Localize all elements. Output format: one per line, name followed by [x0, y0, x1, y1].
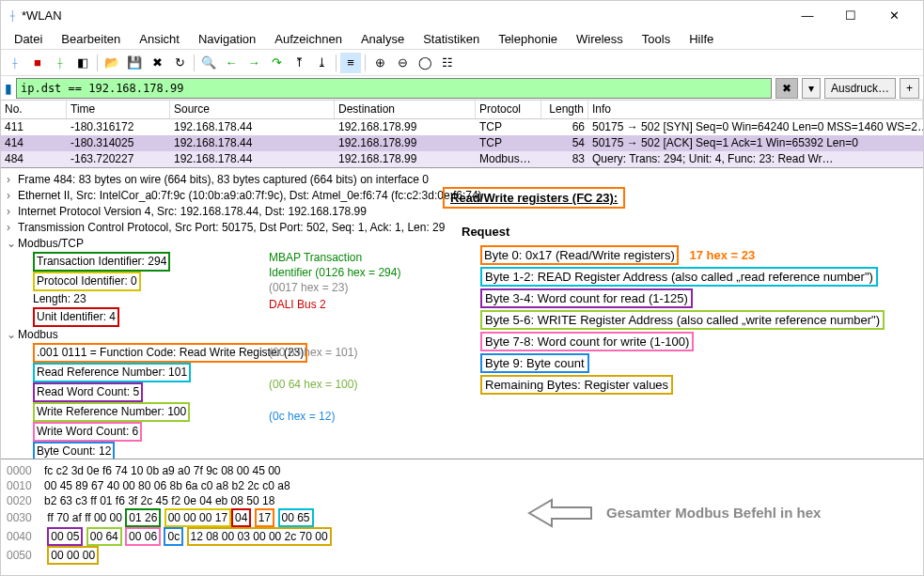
length-field[interactable]: Length: 23	[33, 292, 86, 305]
func-code[interactable]: .001 0111 = Function Code: Read Write Re…	[33, 343, 307, 363]
expression-button[interactable]: Ausdruck…	[824, 78, 896, 99]
note-12: (0c hex = 12)	[269, 409, 335, 425]
hex-arrow-label: Gesamter Modbus Befehl in hex	[606, 506, 821, 521]
col-protocol[interactable]: Protocol	[476, 101, 541, 118]
packet-row[interactable]: 411-180.316172192.168.178.44192.168.178.…	[1, 119, 923, 135]
frame-line[interactable]: Frame 484: 83 bytes on wire (664 bits), …	[18, 173, 429, 186]
hex-pane: 0000fc c2 3d 0e f6 74 10 0b a9 a0 7f 9c …	[1, 459, 923, 563]
annot-byte9: Byte 9: Byte count	[480, 353, 589, 373]
byte-count[interactable]: Byte Count: 12	[33, 442, 115, 459]
proto-id[interactable]: Protocol Identifier: 0	[33, 272, 141, 291]
menu-tools[interactable]: Tools	[633, 29, 680, 49]
caret-right-icon[interactable]: ›	[7, 220, 18, 236]
menu-wireless[interactable]: Wireless	[567, 29, 633, 49]
next-icon[interactable]: →	[243, 53, 264, 73]
hex-bytes[interactable]: ff 70 af ff 00 00 01 26 00 00 00 17 04 1…	[47, 511, 313, 524]
open-icon[interactable]: 📂	[102, 53, 122, 73]
go-first-icon[interactable]: ⤒	[289, 53, 309, 73]
display-filter-input[interactable]	[16, 78, 772, 99]
annot-byte7: Byte 7-8: Word count for write (1-100)	[480, 332, 694, 351]
packet-header: No. Time Source Destination Protocol Len…	[1, 101, 923, 119]
note-mbap3: (0017 hex = 23)	[269, 280, 348, 296]
col-destination[interactable]: Destination	[335, 101, 476, 118]
shark-fin-icon[interactable]: ⟊	[5, 53, 25, 73]
col-source[interactable]: Source	[170, 101, 335, 118]
save-icon[interactable]: 💾	[124, 53, 145, 73]
zoom-out-icon[interactable]: ⊖	[392, 53, 413, 73]
hex-bytes[interactable]: 00 45 89 67 40 00 80 06 8b 6a c0 a8 b2 2…	[44, 479, 290, 492]
hex-bytes[interactable]: b2 63 c3 ff 01 f6 3f 2c 45 f2 0e 04 eb 0…	[44, 494, 274, 507]
tcp-line[interactable]: Transmission Control Protocol, Src Port:…	[18, 221, 445, 234]
col-time[interactable]: Time	[67, 101, 170, 118]
note-101: (00 65 hex = 101)	[269, 345, 357, 361]
eth-line[interactable]: Ethernet II, Src: IntelCor_a0:7f:9c (10:…	[18, 189, 482, 202]
annot-byte0-note: 17 hex = 23	[689, 248, 755, 262]
menu-ansicht[interactable]: Ansicht	[130, 29, 189, 49]
write-ref[interactable]: Write Reference Number: 100	[33, 402, 190, 422]
packet-row[interactable]: 484-163.720227192.168.178.44192.168.178.…	[1, 151, 923, 167]
reload-icon[interactable]: ↻	[169, 53, 190, 73]
close-button[interactable]: ✕	[872, 1, 916, 29]
caret-right-icon[interactable]: ›	[7, 204, 18, 220]
close-file-icon[interactable]: ✖	[147, 53, 167, 73]
write-word-count[interactable]: Write Word Count: 6	[33, 422, 142, 442]
caret-right-icon[interactable]: ›	[7, 188, 18, 204]
menu-analyse[interactable]: Analyse	[352, 29, 414, 49]
packet-details: ›Frame 484: 83 bytes on wire (664 bits),…	[1, 168, 923, 459]
apply-filter-button[interactable]: ▾	[802, 78, 821, 99]
hex-bytes[interactable]: 00 05 00 64 00 06 0c 12 08 00 03 00 00 2…	[47, 530, 331, 543]
minimize-button[interactable]: —	[786, 1, 829, 29]
options-icon[interactable]: ◧	[72, 53, 93, 73]
menu-datei[interactable]: Datei	[5, 29, 52, 49]
packet-list: No. Time Source Destination Protocol Len…	[1, 101, 923, 168]
go-last-icon[interactable]: ⤓	[311, 53, 332, 73]
note-100: (00 64 hex = 100)	[269, 377, 357, 393]
packet-row[interactable]: 414-180.314025192.168.178.44192.168.178.…	[1, 135, 923, 151]
stop-icon[interactable]: ■	[27, 53, 48, 73]
title-bar: ⟊ *WLAN — ☐ ✕	[1, 1, 923, 29]
restart-icon[interactable]: ⟊	[50, 53, 70, 73]
menu-telephonie[interactable]: Telephonie	[489, 29, 567, 49]
annotation-block: Read/Write registers (FC 23): Request By…	[443, 187, 885, 397]
caret-down-icon[interactable]: ⌄	[7, 236, 18, 252]
bookmark-icon[interactable]: ▮	[5, 81, 12, 96]
resize-cols-icon[interactable]: ☷	[437, 53, 458, 73]
find-icon[interactable]: 🔍	[198, 53, 219, 73]
hex-bytes[interactable]: 00 00 00	[47, 549, 99, 562]
zoom-reset-icon[interactable]: ◯	[415, 53, 435, 73]
col-length[interactable]: Length	[541, 101, 588, 118]
read-ref[interactable]: Read Reference Number: 101	[33, 363, 191, 382]
trans-id[interactable]: Transaction Identifier: 294	[33, 252, 170, 272]
autoscroll-icon[interactable]: ≡	[340, 53, 361, 73]
menu-statistiken[interactable]: Statistiken	[414, 29, 489, 49]
annot-remaining: Remaining Bytes: Register values	[480, 375, 673, 395]
hex-arrow-note: Gesamter Modbus Befehl in hex	[527, 497, 821, 529]
jump-icon[interactable]: ↷	[266, 53, 287, 73]
caret-right-icon[interactable]: ›	[7, 172, 18, 188]
hex-offset: 0030	[7, 510, 44, 525]
annot-byte3: Byte 3-4: Word count for read (1-125)	[480, 288, 693, 308]
menu-bearbeiten[interactable]: Bearbeiten	[52, 29, 130, 49]
menu-navigation[interactable]: Navigation	[189, 29, 265, 49]
annot-byte1: Byte 1-2: READ Register Address (also ca…	[480, 267, 878, 287]
col-no[interactable]: No.	[1, 101, 67, 118]
prev-icon[interactable]: ←	[221, 53, 242, 73]
caret-down-icon[interactable]: ⌄	[7, 327, 18, 343]
modbus-tcp-line[interactable]: Modbus/TCP	[18, 237, 84, 250]
clear-filter-button[interactable]: ✖	[775, 78, 798, 99]
col-info[interactable]: Info	[588, 101, 923, 118]
note-mbap2: Identifier (0126 hex = 294)	[269, 265, 400, 281]
modbus-line[interactable]: Modbus	[18, 328, 58, 341]
menu-hilfe[interactable]: Hilfe	[680, 29, 723, 49]
filter-bar: ▮ ✖ ▾ Ausdruck… +	[1, 76, 923, 101]
hex-bytes[interactable]: fc c2 3d 0e f6 74 10 0b a9 a0 7f 9c 08 0…	[44, 464, 281, 477]
ip-line[interactable]: Internet Protocol Version 4, Src: 192.16…	[18, 205, 367, 218]
maximize-button[interactable]: ☐	[829, 1, 872, 29]
add-filter-button[interactable]: +	[900, 78, 919, 99]
menu-aufzeichnen[interactable]: Aufzeichnen	[265, 29, 352, 49]
zoom-in-icon[interactable]: ⊕	[369, 53, 390, 73]
app-icon: ⟊	[8, 8, 16, 23]
unit-id[interactable]: Unit Identifier: 4	[33, 307, 119, 327]
read-word-count[interactable]: Read Word Count: 5	[33, 382, 143, 402]
menu-bar: Datei Bearbeiten Ansicht Navigation Aufz…	[1, 29, 923, 50]
